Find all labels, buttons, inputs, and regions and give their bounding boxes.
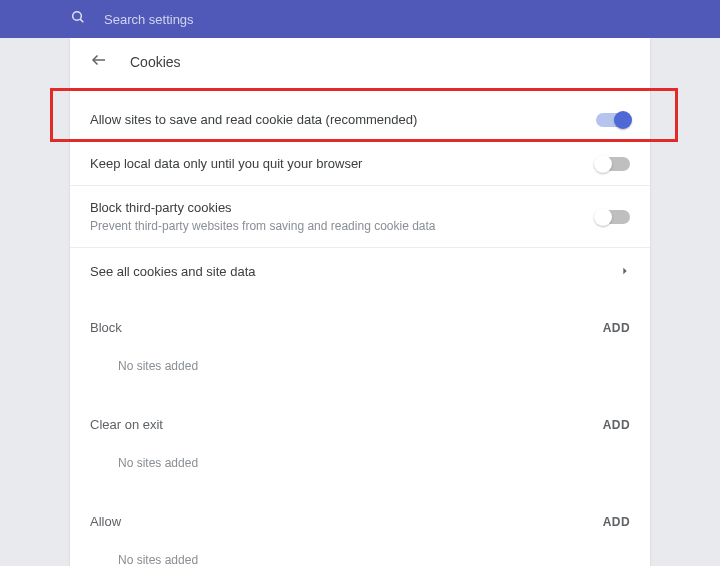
svg-line-1	[80, 19, 83, 22]
search-icon	[70, 9, 86, 29]
section-allow: Allow ADD	[70, 488, 650, 537]
setting-block-third-party[interactable]: Block third-party cookies Prevent third-…	[70, 185, 650, 247]
section-title: Block	[90, 320, 122, 335]
see-all-cookies[interactable]: See all cookies and site data	[70, 247, 650, 294]
search-placeholder: Search settings	[104, 12, 194, 27]
back-arrow-icon[interactable]	[90, 51, 108, 73]
page-title: Cookies	[130, 54, 181, 70]
setting-sublabel: Prevent third-party websites from saving…	[90, 219, 436, 233]
add-block-button[interactable]: ADD	[603, 321, 630, 335]
svg-marker-3	[623, 268, 626, 275]
toggle-knob	[594, 155, 612, 173]
setting-label: Keep local data only until you quit your…	[90, 156, 362, 171]
page-body: Cookies Allow sites to save and read coo…	[0, 38, 720, 566]
chevron-right-icon	[620, 262, 630, 280]
settings-card: Cookies Allow sites to save and read coo…	[70, 38, 650, 566]
toggle-allow-cookies[interactable]	[596, 113, 630, 127]
section-title: Allow	[90, 514, 121, 529]
page-header: Cookies	[70, 38, 650, 86]
toggle-keep-local[interactable]	[596, 157, 630, 171]
svg-point-0	[73, 12, 82, 21]
toggle-block-third-party[interactable]	[596, 210, 630, 224]
section-block: Block ADD	[70, 294, 650, 343]
add-clear-button[interactable]: ADD	[603, 418, 630, 432]
add-allow-button[interactable]: ADD	[603, 515, 630, 529]
setting-texts: Allow sites to save and read cookie data…	[90, 112, 417, 127]
setting-label: Block third-party cookies	[90, 200, 436, 215]
clear-empty-msg: No sites added	[70, 440, 650, 488]
setting-keep-local[interactable]: Keep local data only until you quit your…	[70, 141, 650, 185]
setting-texts: Block third-party cookies Prevent third-…	[90, 200, 436, 233]
toggle-knob	[594, 208, 612, 226]
spacer	[70, 86, 650, 98]
toggle-knob	[614, 111, 632, 129]
allow-empty-msg: No sites added	[70, 537, 650, 566]
block-empty-msg: No sites added	[70, 343, 650, 391]
section-title: Clear on exit	[90, 417, 163, 432]
top-search-bar[interactable]: Search settings	[0, 0, 720, 38]
section-clear-on-exit: Clear on exit ADD	[70, 391, 650, 440]
setting-texts: Keep local data only until you quit your…	[90, 156, 362, 171]
link-label: See all cookies and site data	[90, 264, 256, 279]
setting-label: Allow sites to save and read cookie data…	[90, 112, 417, 127]
setting-allow-cookies[interactable]: Allow sites to save and read cookie data…	[70, 98, 650, 141]
